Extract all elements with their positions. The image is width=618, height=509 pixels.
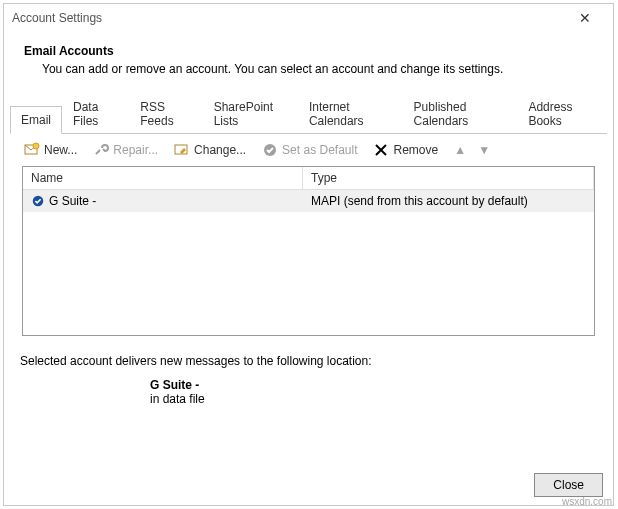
tab-address-books[interactable]: Address Books: [517, 93, 607, 134]
tab-strip: Email Data Files RSS Feeds SharePoint Li…: [4, 92, 613, 336]
check-circle-icon: [262, 142, 278, 158]
account-type-cell: MAPI (send from this account by default): [303, 190, 594, 212]
change-button[interactable]: Change...: [170, 140, 250, 160]
page-subheading: You can add or remove an account. You ca…: [42, 62, 593, 76]
page-heading: Email Accounts: [24, 44, 593, 58]
repair-icon: [93, 142, 109, 158]
tab-internet-calendars[interactable]: Internet Calendars: [298, 93, 403, 134]
account-settings-dialog: Account Settings ✕ Email Accounts You ca…: [3, 3, 614, 506]
move-up-button: ▲: [450, 141, 466, 159]
tab-email[interactable]: Email: [10, 106, 62, 134]
remove-icon: [373, 142, 389, 158]
titlebar: Account Settings ✕: [4, 4, 613, 32]
arrow-down-icon: ▼: [478, 143, 490, 157]
intro-block: Email Accounts You can add or remove an …: [4, 32, 613, 92]
new-icon: [24, 142, 40, 158]
svg-point-1: [33, 143, 39, 149]
delivery-name: G Suite -: [150, 378, 597, 392]
dialog-footer: Close: [534, 473, 603, 497]
move-down-button: ▼: [474, 141, 490, 159]
toolbar: New... Repair... Change... Set as Defaul…: [10, 134, 607, 166]
tab-published-calendars[interactable]: Published Calendars: [403, 93, 518, 134]
list-header: Name Type: [23, 167, 594, 190]
tab-sharepoint-lists[interactable]: SharePoint Lists: [203, 93, 298, 134]
arrow-up-icon: ▲: [454, 143, 466, 157]
tab-data-files[interactable]: Data Files: [62, 93, 129, 134]
account-row[interactable]: G Suite - MAPI (send from this account b…: [23, 190, 594, 212]
account-name-cell: G Suite -: [23, 190, 303, 212]
column-type[interactable]: Type: [303, 167, 594, 189]
window-close-icon[interactable]: ✕: [565, 10, 605, 26]
repair-button: Repair...: [89, 140, 162, 160]
tab-rss-feeds[interactable]: RSS Feeds: [129, 93, 202, 134]
delivery-location: in data file: [150, 392, 597, 406]
set-default-button: Set as Default: [258, 140, 361, 160]
delivery-intro: Selected account delivers new messages t…: [20, 354, 597, 368]
window-title: Account Settings: [12, 11, 565, 25]
new-button[interactable]: New...: [20, 140, 81, 160]
account-list: Name Type G Suite - MAPI (send from this…: [22, 166, 595, 336]
default-check-icon: [31, 194, 45, 208]
change-icon: [174, 142, 190, 158]
delivery-info: Selected account delivers new messages t…: [4, 336, 613, 412]
close-button[interactable]: Close: [534, 473, 603, 497]
column-name[interactable]: Name: [23, 167, 303, 189]
remove-button[interactable]: Remove: [369, 140, 442, 160]
